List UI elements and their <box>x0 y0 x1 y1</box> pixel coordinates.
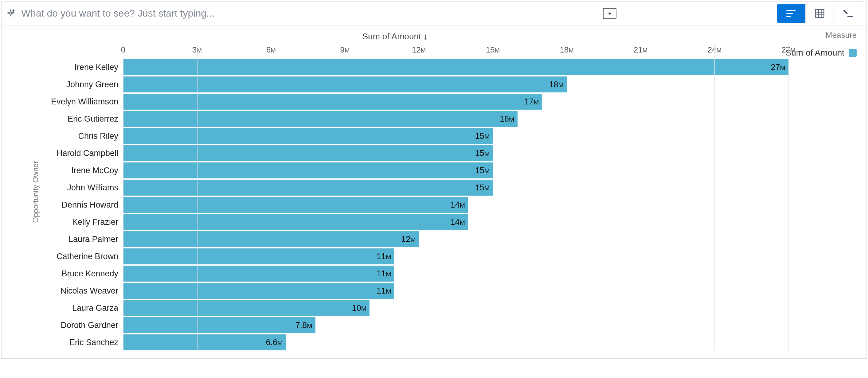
category-label[interactable]: Johnny Green <box>19 76 123 93</box>
bar-value-label: 14M <box>451 200 465 210</box>
bar-value-label: 7.8M <box>296 321 312 330</box>
category-label[interactable]: Nicolas Weaver <box>19 282 123 300</box>
category-label[interactable]: John Williams <box>19 179 123 196</box>
gridline <box>641 43 641 351</box>
category-label[interactable]: Eric Gutierrez <box>19 110 123 127</box>
bar-value-label: 15M <box>475 166 490 175</box>
category-label[interactable]: Evelyn Williamson <box>19 93 123 110</box>
chart-container: Sum of Amount ↓ Measure Sum of Amount Op… <box>2 26 866 358</box>
bar-row: 12M <box>123 231 788 248</box>
category-labels: Irene KelleyJohnny GreenEvelyn Williamso… <box>19 43 123 351</box>
nlq-input[interactable] <box>18 4 601 23</box>
bar-value-label: 6.6M <box>266 338 283 347</box>
chart-view-button[interactable] <box>777 4 805 23</box>
bar-value-label: 11M <box>377 269 391 279</box>
svg-rect-3 <box>815 9 824 18</box>
bar[interactable]: 6.6M <box>123 335 286 350</box>
bar-row: 14M <box>123 213 788 231</box>
bar-row: 14M <box>123 196 788 213</box>
gridline <box>197 43 197 351</box>
bar-value-label: 15M <box>475 183 490 192</box>
category-label[interactable]: Harold Campbell <box>19 145 123 162</box>
category-label[interactable]: Laura Garza <box>19 300 123 317</box>
bar-row: 11M <box>123 265 788 282</box>
run-query-button[interactable] <box>603 8 616 19</box>
query-topbar <box>2 2 866 26</box>
bar-value-label: 27M <box>771 63 785 72</box>
sparkle-icon <box>4 7 18 20</box>
gridline <box>714 43 715 351</box>
bar-value-label: 15M <box>475 131 490 141</box>
chart-body: Irene KelleyJohnny GreenEvelyn Williamso… <box>19 43 866 351</box>
saql-view-button[interactable] <box>834 4 862 23</box>
gridline <box>345 43 345 351</box>
plot-grid: 03M6M9M12M15M18M21M24M27M 27M18M17M16M15… <box>123 43 788 351</box>
gridline <box>567 43 567 351</box>
bar-row: 15M <box>123 127 788 145</box>
table-view-button[interactable] <box>805 4 834 23</box>
category-label[interactable]: Kelly Frazier <box>19 213 123 231</box>
bar-row: 15M <box>123 162 788 179</box>
bar[interactable]: 11M <box>123 265 394 282</box>
bar[interactable]: 14M <box>123 197 468 213</box>
bar[interactable]: 15M <box>123 180 493 196</box>
gridline <box>419 43 419 351</box>
bar-row: 7.8M <box>123 317 788 334</box>
bar-value-label: 11M <box>377 252 391 261</box>
bar-row: 18M <box>123 76 788 93</box>
category-label[interactable]: Irene Kelley <box>19 59 123 76</box>
category-label[interactable]: Catherine Brown <box>19 248 123 265</box>
bar-row: 11M <box>123 248 788 265</box>
bar[interactable]: 7.8M <box>123 317 315 333</box>
bar-area: 27M18M17M16M15M15M15M15M14M14M12M11M11M1… <box>123 59 788 351</box>
app-frame: Sum of Amount ↓ Measure Sum of Amount Op… <box>1 1 867 359</box>
bar[interactable]: 15M <box>123 162 493 179</box>
bar[interactable]: 11M <box>123 248 394 264</box>
bar[interactable]: 10M <box>123 300 370 316</box>
bar[interactable]: 17M <box>123 94 542 109</box>
bar-row: 17M <box>123 93 788 110</box>
gridline <box>493 43 493 351</box>
bar-value-label: 16M <box>500 114 515 124</box>
bar[interactable]: 14M <box>123 214 468 230</box>
gridline <box>271 43 271 351</box>
bar[interactable]: 27M <box>123 59 788 75</box>
bar[interactable]: 15M <box>123 145 493 161</box>
bar-value-label: 14M <box>451 217 465 227</box>
category-label[interactable]: Chris Riley <box>19 127 123 145</box>
bar-row: 6.6M <box>123 334 788 351</box>
bar-row: 15M <box>123 145 788 162</box>
bar-row: 15M <box>123 179 788 196</box>
category-label[interactable]: Doroth Gardner <box>19 317 123 334</box>
chart-title: Sum of Amount ↓ <box>2 32 788 41</box>
bar-value-label: 18M <box>549 80 564 89</box>
category-label[interactable]: Eric Sanchez <box>19 334 123 351</box>
category-label[interactable]: Laura Palmer <box>19 231 123 248</box>
bar-value-label: 17M <box>524 97 539 106</box>
bar[interactable]: 11M <box>123 283 394 299</box>
bar-row: 27M <box>123 59 788 76</box>
bar-row: 10M <box>123 300 788 317</box>
category-label[interactable]: Bruce Kennedy <box>19 265 123 282</box>
gridline <box>788 43 789 351</box>
bar[interactable]: 15M <box>123 128 493 144</box>
bar-value-label: 15M <box>475 149 490 158</box>
category-label[interactable]: Dennis Howard <box>19 196 123 213</box>
category-label[interactable]: Irene McCoy <box>19 162 123 179</box>
x-axis-ticks: 03M6M9M12M15M18M21M24M27M <box>123 43 788 59</box>
bar-row: 16M <box>123 110 788 127</box>
view-mode-toggle <box>777 4 862 23</box>
bar-value-label: 10M <box>352 304 367 313</box>
legend-title: Measure <box>786 30 857 40</box>
bar-value-label: 12M <box>401 234 416 244</box>
bar[interactable]: 16M <box>123 111 518 127</box>
bar-row: 11M <box>123 282 788 300</box>
bar-value-label: 11M <box>377 286 391 296</box>
